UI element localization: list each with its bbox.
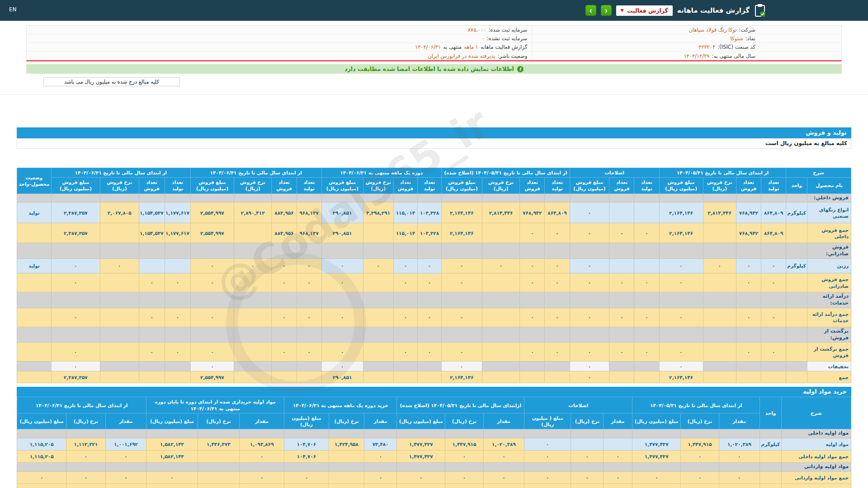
cell [703,308,736,327]
cell: ۰ [520,308,545,327]
section-cell [736,292,761,308]
table-row: مواد اولیهکیلوگرم۱,۰۲۰,۳۸۹۱,۴۴۷,۹۱۵۱,۴۷۷… [17,438,851,450]
section-cell [609,292,634,308]
cell: ۱,۴۷۷,۴۳۷ [632,438,681,450]
cell: ۰ [570,308,609,327]
cell: ۰ [571,472,604,484]
signed-match-text: اطلاعات نمایش داده شده با اطلاعات امضا ش… [344,66,514,72]
info-text: منتهی به [443,44,462,50]
row-label: جمع مواد اولیه وارداتی [781,472,851,484]
section-cell [482,327,520,343]
language-toggle[interactable]: EN [9,6,17,13]
cell: ۰ [321,308,363,327]
cell: ۰ [393,273,417,292]
section-cell [364,429,397,438]
cell [571,484,604,488]
cell: ۱,۴۴۷,۹۱۵ [445,438,483,450]
section-cell [609,243,634,259]
info-value: ۰ [481,35,484,42]
section-cell [761,243,786,259]
cell: ۱۰۳,۳۲۸ [417,202,441,223]
table-row: جمع درآمد ارائه خدمات۰۰۰۰۰۰۰۰۰۰۰۰۰۰۰۰۰۰ [17,308,851,327]
cell [520,371,545,383]
section-cell [363,193,393,202]
section-cell [297,193,321,202]
cell [17,223,52,243]
cell: ۰ [105,450,146,463]
cell: ۸۶۴,۸۰۹ [545,202,570,223]
column-header: مقدار [604,413,632,429]
column-header: مقدار [719,413,760,429]
cell: ۰ [659,343,703,361]
cell: ۲,۱۶۴,۱۴۶ [659,202,703,223]
cell: ۰ [364,450,397,463]
cell [165,371,190,383]
cell: ۳,۳۹۸,۲۹۱ [363,202,393,223]
row-label: جمع فروش داخلی [807,223,851,243]
cell: ۰ [703,259,736,273]
info-label: سرمایه ثبت شده: [488,27,527,33]
section-cell [393,193,417,202]
cell [297,361,321,371]
cell: ۰ [570,361,609,371]
cell [234,361,272,371]
section-cell [736,193,761,202]
section-cell [703,292,736,308]
info-row: نماد:شتوکاسرمایه ثبت نشده:۰ [27,34,841,43]
cell [297,371,321,383]
cell: ۰ [272,273,297,292]
table-row: جمع فروش صادراتی۰۰۰۰۰۰۰۰۰۰۰۰۰۰۰۰۰۰ [17,273,851,292]
column-header: تعداد فروش [393,178,417,193]
section-cell [786,243,807,259]
column-header: تعداد تولید [417,178,441,193]
cell [17,308,52,327]
next-report-button[interactable]: › [601,5,612,16]
cell [786,361,807,371]
cell: ۰ [51,308,100,327]
section-cell [363,292,393,308]
cell [482,343,520,361]
cell: ۲,۱۶۴,۱۴۶ [441,223,482,243]
cell: ۰ [393,343,417,361]
cell: ۱,۱۱۵,۲۰۵ [17,450,66,463]
cell: ۰ [634,223,659,243]
section-cell [198,463,240,472]
cell [703,371,736,383]
row-label: انواع رنگهاي صنعتي [807,202,851,223]
section-cell [105,429,146,438]
section-cell [100,327,139,343]
cell: ۰ [139,343,165,361]
section-cell [786,292,807,308]
column-header: مبلغ (میلیون ریال) [17,413,66,429]
cell: ۰ [659,361,703,371]
section-cell [17,429,66,438]
info-label: شرکت: [739,27,755,33]
column-header: مبلغ فروش (میلیون ریال) [659,178,703,193]
cell [66,484,105,488]
cell: ۱,۴۷۷,۴۳۷ [632,450,681,463]
cell [761,361,786,371]
cell [272,371,297,383]
section-cell [441,292,482,308]
cell: ۰ [105,472,146,484]
section-cell [17,463,66,472]
column-group-header: از ابتدای سال مالی تا تاریخ ۱۴۰۴/۰۵/۳۱ [632,397,760,413]
report-type-dropdown[interactable]: گزارش فعالیت ▼ [616,5,673,16]
column-header: تعداد فروش [272,178,297,193]
info-value: ۴۴۲۲۰۳ [698,44,715,50]
cell: ۱۰۴,۷۰۶ [284,450,329,463]
cell [363,343,393,361]
cell: ۰ [482,259,520,273]
section-cell [441,327,482,343]
column-header: نرخ (ریال) [329,413,364,429]
cell: تولید [17,202,52,223]
cell: ۰ [321,361,363,371]
section-cell [609,193,634,202]
column-header: نرخ (ریال) [571,413,604,429]
column-group-header: ازابتدای سال مالی تا تاریخ ۱۴۰۴/۰۵/۳۱ (ا… [397,397,524,413]
cell [234,371,272,383]
section-cell [571,429,604,438]
cell [634,259,659,273]
prev-report-button[interactable]: ‹ [585,5,596,16]
cell: ۰ [570,223,609,243]
